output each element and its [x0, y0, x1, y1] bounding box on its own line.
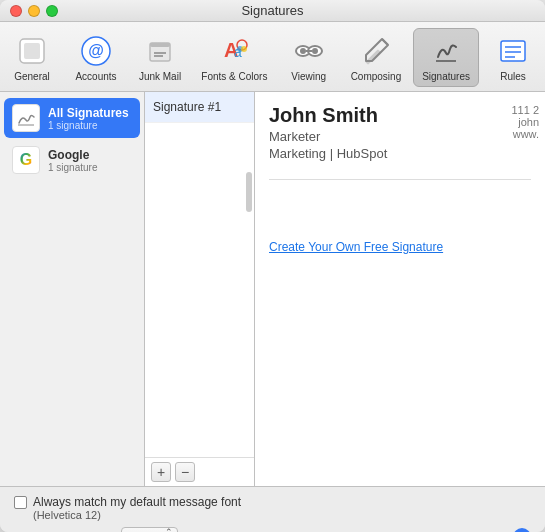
google-name: Google	[48, 148, 132, 162]
junk-mail-label: Junk Mail	[139, 71, 181, 82]
svg-line-20	[382, 39, 388, 45]
rules-icon	[495, 33, 531, 69]
always-match-wrapper: Always match my default message font	[14, 495, 531, 509]
bottom-bar: Always match my default message font (He…	[0, 486, 545, 532]
fonts-colors-icon: A a	[216, 33, 252, 69]
all-signatures-icon	[12, 104, 40, 132]
window-controls	[10, 5, 58, 17]
signature-list-controls: + −	[145, 457, 254, 486]
signature-groups-panel: All Signatures 1 signature G Google 1 si…	[0, 92, 145, 486]
svg-point-12	[241, 46, 247, 52]
svg-point-16	[312, 48, 318, 54]
svg-rect-1	[24, 43, 40, 59]
signature-email: john	[511, 116, 539, 128]
viewing-icon	[291, 33, 327, 69]
general-icon	[14, 33, 50, 69]
bottom-row-2: Choose Signature: None ⌃⌄	[14, 527, 178, 532]
signature-list-item[interactable]: Signature #1	[145, 92, 254, 123]
help-button[interactable]: ?	[513, 528, 531, 532]
svg-text:@: @	[88, 42, 104, 59]
signatures-label: Signatures	[422, 71, 470, 82]
all-signatures-info: All Signatures 1 signature	[48, 106, 132, 131]
signature-list-panel: Signature #1 + −	[145, 92, 255, 486]
remove-signature-button[interactable]: −	[175, 462, 195, 482]
accounts-label: Accounts	[75, 71, 116, 82]
svg-rect-17	[306, 50, 312, 52]
signatures-icon	[428, 33, 464, 69]
bottom-row-1: Always match my default message font (He…	[14, 495, 531, 521]
toolbar: General @ Accounts Junk Mail A a	[0, 22, 545, 92]
create-signature-link[interactable]: Create Your Own Free Signature	[269, 240, 531, 254]
choose-signature-wrapper[interactable]: None ⌃⌄	[121, 527, 178, 532]
all-signatures-name: All Signatures	[48, 106, 132, 120]
junk-mail-icon	[142, 33, 178, 69]
signature-website: www.	[511, 128, 539, 140]
toolbar-item-composing[interactable]: Composing	[343, 29, 409, 86]
sig-group-all-signatures[interactable]: All Signatures 1 signature	[4, 98, 140, 138]
google-count: 1 signature	[48, 162, 132, 173]
toolbar-item-accounts[interactable]: @ Accounts	[66, 29, 126, 86]
toolbar-item-signatures[interactable]: Signatures	[413, 28, 479, 87]
sig-group-google[interactable]: G Google 1 signature	[4, 140, 140, 180]
scroll-thumb[interactable]	[246, 172, 252, 212]
google-g-letter: G	[20, 151, 32, 169]
choose-signature-select[interactable]: None	[121, 527, 178, 532]
always-match-checkbox[interactable]	[14, 496, 27, 509]
always-match-label: Always match my default message font	[33, 495, 241, 509]
add-signature-button[interactable]: +	[151, 462, 171, 482]
svg-rect-22	[501, 41, 525, 61]
composing-label: Composing	[351, 71, 402, 82]
window-title: Signatures	[241, 3, 303, 18]
title-bar: Signatures	[0, 0, 545, 22]
toolbar-item-rules[interactable]: Rules	[483, 29, 543, 86]
signature-list-scroll[interactable]: Signature #1	[145, 92, 254, 457]
svg-point-14	[300, 48, 306, 54]
toolbar-item-viewing[interactable]: Viewing	[279, 29, 339, 86]
toolbar-item-general[interactable]: General	[2, 29, 62, 86]
google-icon: G	[12, 146, 40, 174]
fonts-colors-label: Fonts & Colors	[201, 71, 267, 82]
all-signatures-count: 1 signature	[48, 120, 132, 131]
signature-divider	[269, 179, 531, 180]
signature-company: Marketing | HubSpot	[269, 146, 387, 161]
signature-phone: 111 2	[511, 104, 539, 116]
toolbar-item-fonts-colors[interactable]: A a Fonts & Colors	[194, 29, 275, 86]
svg-rect-5	[150, 43, 170, 47]
viewing-label: Viewing	[291, 71, 326, 82]
svg-rect-18	[365, 49, 381, 65]
font-hint: (Helvetica 12)	[33, 509, 531, 521]
accounts-icon: @	[78, 33, 114, 69]
toolbar-item-junk-mail[interactable]: Junk Mail	[130, 29, 190, 86]
general-label: General	[14, 71, 50, 82]
minimize-button[interactable]	[28, 5, 40, 17]
main-content: All Signatures 1 signature G Google 1 si…	[0, 92, 545, 486]
rules-label: Rules	[500, 71, 526, 82]
close-button[interactable]	[10, 5, 22, 17]
composing-icon	[358, 33, 394, 69]
maximize-button[interactable]	[46, 5, 58, 17]
signature-title: Marketer	[269, 129, 387, 144]
signature-contact-info: 111 2 john www.	[511, 104, 545, 140]
signature-name: John Smith	[269, 104, 387, 127]
signature-preview-panel: John Smith Marketer Marketing | HubSpot …	[255, 92, 545, 486]
google-info: Google 1 signature	[48, 148, 132, 173]
